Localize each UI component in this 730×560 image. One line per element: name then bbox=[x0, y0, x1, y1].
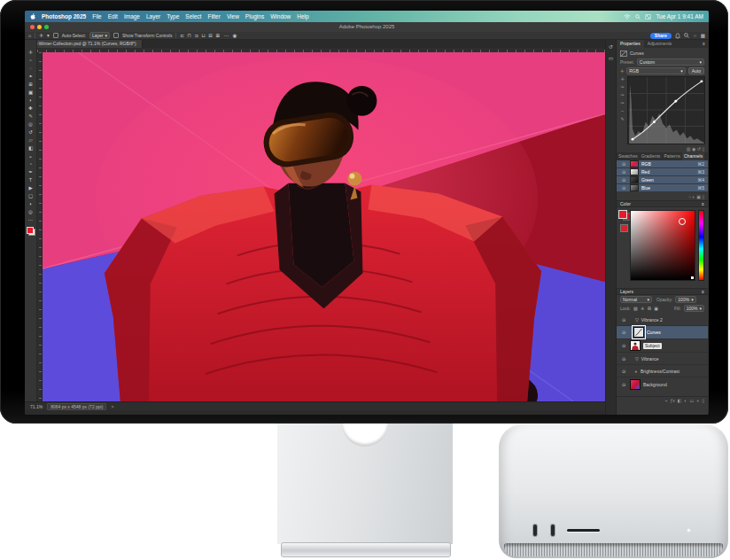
new-adjustment-icon[interactable]: ◐ bbox=[685, 398, 687, 403]
lock-icons[interactable]: ▨ ✛ ⊞ ▣ bbox=[633, 306, 659, 311]
menu-layer[interactable]: Layer bbox=[146, 13, 160, 19]
menu-help[interactable]: Help bbox=[297, 13, 308, 19]
visibility-eye-icon[interactable]: ⊙ bbox=[620, 185, 627, 191]
curves-histogram[interactable] bbox=[627, 76, 705, 144]
path-select-tool[interactable]: ▶ bbox=[25, 184, 37, 192]
clone-stamp-tool[interactable]: ◎ bbox=[25, 121, 37, 128]
history-panel-icon[interactable]: ↺ bbox=[609, 43, 613, 50]
visibility-eye-icon[interactable]: ⊙ bbox=[620, 177, 627, 183]
white-point-eyedropper-icon[interactable]: ✑ bbox=[620, 100, 624, 105]
auto-button[interactable]: Auto bbox=[688, 67, 704, 74]
move-tool-icon[interactable]: ✛ bbox=[39, 32, 43, 40]
link-layers-icon[interactable]: ⌁ bbox=[665, 398, 668, 403]
chevron-down-icon[interactable]: ▾ bbox=[47, 32, 50, 40]
lasso-tool[interactable]: ◌ bbox=[25, 65, 37, 73]
fill-dropdown[interactable]: 100% ▾ bbox=[684, 305, 704, 312]
workspace-settings-icon[interactable]: ◉ bbox=[233, 32, 237, 40]
layer-effects-icon[interactable]: ƒx bbox=[671, 398, 675, 403]
apple-menu-icon[interactable] bbox=[30, 13, 35, 19]
spotlight-search-icon[interactable] bbox=[635, 14, 641, 19]
search-icon[interactable] bbox=[684, 33, 689, 38]
visibility-eye-icon[interactable]: ⊙ bbox=[620, 161, 627, 167]
workspace-switcher-icon[interactable]: ▦ bbox=[701, 32, 705, 40]
more-options-icon[interactable]: ⋯ bbox=[224, 32, 229, 40]
foreground-color-swatch[interactable] bbox=[618, 210, 627, 219]
foreground-background-swatches[interactable] bbox=[27, 227, 35, 236]
visibility-eye-icon[interactable]: ⊙ bbox=[620, 317, 627, 323]
saturation-brightness-field[interactable] bbox=[630, 210, 695, 281]
align-distribute-icons[interactable]: ⊏ ⊓ ⊐ ⊔ ⊟ ⊞ bbox=[180, 32, 221, 40]
healing-brush-tool[interactable]: ✚ bbox=[25, 105, 37, 113]
menu-app-name[interactable]: Photoshop 2025 bbox=[42, 13, 86, 19]
properties-footer-icons[interactable]: ▥ ◉ ↺ ▯ bbox=[617, 145, 708, 152]
home-icon[interactable]: ⌂ bbox=[28, 32, 31, 40]
visibility-eye-icon[interactable]: ⊙ bbox=[620, 330, 627, 335]
layer-thumbnail[interactable] bbox=[630, 340, 641, 351]
curve-pencil-icon[interactable]: ✎ bbox=[620, 116, 624, 121]
visibility-eye-icon[interactable]: ⊙ bbox=[620, 382, 627, 387]
dodge-tool[interactable]: ◔ bbox=[25, 160, 37, 168]
panel-menu-icon[interactable]: ≡ bbox=[702, 289, 704, 294]
channels-footer-icon-set[interactable]: ○ ◐ ▣ ▯ bbox=[688, 194, 704, 199]
layer-row-subject[interactable]: ⊙ Subject bbox=[617, 339, 708, 353]
opacity-dropdown[interactable]: 100% ▾ bbox=[675, 296, 695, 303]
layer-row-vibrance[interactable]: ⊙ ▽ Vibrance bbox=[617, 353, 708, 365]
channels-footer-icons[interactable]: ○ ◐ ▣ ▯ bbox=[617, 193, 708, 199]
curve-smooth-icon[interactable]: ~ bbox=[621, 108, 624, 113]
foreground-color-swatch[interactable] bbox=[27, 227, 34, 234]
tab-adjustments[interactable]: Adjustments bbox=[644, 40, 676, 48]
menu-plugins[interactable]: Plugins bbox=[245, 13, 264, 19]
channel-row-rgb[interactable]: ⊙ RGB ⌘2 bbox=[617, 160, 708, 167]
move-tool[interactable]: ✛ bbox=[25, 49, 37, 57]
channel-row-blue[interactable]: ⊙ Blue ⌘5 bbox=[617, 184, 708, 191]
blur-tool[interactable]: ◒ bbox=[25, 152, 37, 160]
wifi-icon[interactable] bbox=[624, 14, 631, 19]
menu-file[interactable]: File bbox=[92, 13, 101, 19]
discover-icon[interactable]: ☼ bbox=[693, 32, 697, 40]
menu-select[interactable]: Select bbox=[185, 13, 201, 19]
eraser-tool[interactable]: ▱ bbox=[25, 136, 37, 144]
add-mask-icon[interactable]: ◧ bbox=[678, 398, 682, 403]
object-selection-tool[interactable]: ✦ bbox=[25, 73, 37, 81]
panel-menu-icon[interactable]: ≡ bbox=[702, 201, 704, 206]
color-cursor[interactable] bbox=[679, 218, 686, 225]
targeted-adjust-icon[interactable]: ✛ bbox=[620, 68, 624, 74]
crop-tool[interactable]: ⊞ bbox=[25, 81, 37, 89]
preset-dropdown[interactable]: Custom ▾ bbox=[637, 58, 704, 66]
properties-footer-icon-set[interactable]: ▥ ◉ ↺ ▯ bbox=[687, 146, 704, 152]
comments-panel-icon[interactable]: ▭ bbox=[609, 55, 614, 61]
canvas[interactable] bbox=[43, 52, 605, 401]
new-layer-icon[interactable]: + bbox=[696, 398, 699, 403]
new-group-icon[interactable]: ▭ bbox=[690, 398, 695, 403]
auto-select-target-dropdown[interactable]: Layer ▾ bbox=[89, 32, 110, 39]
frame-tool[interactable]: ▣ bbox=[25, 89, 37, 97]
channel-row-green[interactable]: ⊙ Green ⌘4 bbox=[617, 176, 708, 183]
gray-point-eyedropper-icon[interactable]: ✑ bbox=[620, 92, 624, 97]
eyedropper-tool[interactable]: ◗ bbox=[25, 97, 37, 105]
marquee-tool[interactable]: ▫ bbox=[25, 57, 37, 65]
panel-menu-icon[interactable]: ≡ bbox=[700, 40, 708, 48]
edit-toolbar-icon[interactable]: ⋯ bbox=[25, 216, 37, 224]
layer-row-curves[interactable]: ⊙ Curves bbox=[617, 326, 708, 339]
visibility-eye-icon[interactable]: ⊙ bbox=[620, 169, 627, 175]
tab-swatches[interactable]: Swatches bbox=[617, 152, 640, 160]
hand-tool[interactable]: ◖ bbox=[25, 200, 37, 208]
hue-slider[interactable] bbox=[698, 210, 704, 281]
visibility-eye-icon[interactable]: ⊙ bbox=[620, 343, 627, 348]
blend-mode-dropdown[interactable]: Normal ▾ bbox=[620, 296, 652, 303]
type-tool[interactable]: T bbox=[25, 176, 37, 184]
pen-tool[interactable]: ✒ bbox=[25, 168, 37, 176]
control-center-icon[interactable] bbox=[645, 14, 651, 19]
tab-patterns[interactable]: Patterns bbox=[662, 152, 682, 160]
menu-type[interactable]: Type bbox=[167, 13, 179, 19]
layer-thumbnail[interactable] bbox=[630, 379, 641, 390]
status-chevron-icon[interactable]: > bbox=[111, 404, 113, 409]
black-point-eyedropper-icon[interactable]: ✑ bbox=[620, 84, 624, 89]
delete-layer-icon[interactable]: ▯ bbox=[702, 398, 704, 403]
curve-hand-icon[interactable]: ✛ bbox=[620, 76, 624, 82]
notifications-bell-icon[interactable] bbox=[675, 33, 680, 39]
visibility-eye-icon[interactable]: ⊙ bbox=[620, 369, 627, 374]
menu-filter[interactable]: Filter bbox=[207, 13, 220, 19]
layer-row-vibrance2[interactable]: ⊙ ▽ Vibrance 2 bbox=[617, 314, 708, 326]
history-brush-tool[interactable]: ↺ bbox=[25, 128, 37, 136]
